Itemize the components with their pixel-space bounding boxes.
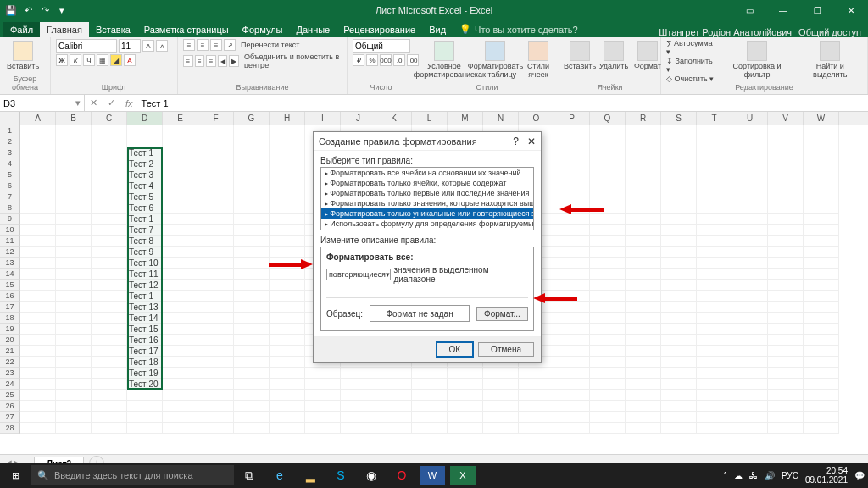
cell[interactable] (341, 390, 376, 401)
cell[interactable] (590, 346, 626, 357)
cell[interactable] (732, 335, 768, 346)
cell[interactable] (804, 302, 839, 313)
cell[interactable] (163, 324, 198, 335)
cell[interactable] (804, 390, 839, 401)
cell[interactable] (20, 125, 56, 136)
cell[interactable] (341, 368, 376, 379)
cell[interactable] (626, 357, 661, 368)
cell[interactable] (804, 291, 839, 302)
cell[interactable] (626, 202, 661, 214)
cell[interactable]: Тест 8 (127, 236, 163, 247)
col-header[interactable]: H (270, 112, 305, 125)
cell[interactable]: Тест 15 (127, 324, 163, 335)
start-button[interactable]: ⊞ (0, 463, 31, 488)
cell[interactable] (198, 423, 234, 434)
cell[interactable] (768, 258, 804, 269)
cell[interactable] (732, 280, 768, 291)
cell[interactable] (768, 313, 804, 324)
cell[interactable] (626, 225, 661, 236)
cell[interactable]: Тест 20 (127, 379, 163, 390)
cell[interactable] (804, 147, 839, 158)
cell[interactable] (376, 379, 412, 390)
cell[interactable] (697, 390, 732, 401)
cell[interactable] (661, 258, 697, 269)
close-button[interactable]: ✕ (834, 0, 868, 20)
cell[interactable] (697, 291, 732, 302)
tell-me[interactable]: 💡Что вы хотите сделать? (453, 21, 585, 37)
cell[interactable] (56, 269, 92, 280)
cell[interactable] (163, 202, 198, 214)
tab-data[interactable]: Данные (289, 22, 337, 37)
cell[interactable] (697, 346, 732, 357)
cell[interactable] (804, 236, 839, 247)
cell[interactable] (92, 379, 127, 390)
cell[interactable] (376, 423, 412, 434)
user-name[interactable]: Штангрет Родіон Анатолійович (659, 27, 792, 37)
cell[interactable] (554, 390, 590, 401)
cell[interactable] (127, 136, 163, 147)
tab-formulas[interactable]: Формулы (236, 22, 290, 37)
cell[interactable] (234, 346, 270, 357)
cell[interactable] (661, 368, 697, 379)
cell[interactable] (270, 202, 305, 214)
cond-format-button[interactable]: Условное форматирование (420, 39, 468, 81)
cell[interactable] (768, 269, 804, 280)
cell[interactable] (768, 346, 804, 357)
cell[interactable] (234, 379, 270, 390)
dialog-help-icon[interactable]: ? (513, 136, 519, 147)
cell[interactable] (804, 313, 839, 324)
cell[interactable] (270, 147, 305, 158)
cell[interactable]: Тест 1 (127, 214, 163, 225)
duplicate-select[interactable]: повторяющиеся▾ (326, 269, 391, 280)
cell[interactable] (804, 379, 839, 390)
cell[interactable] (804, 324, 839, 335)
cell[interactable] (804, 191, 839, 202)
rule-type-item[interactable]: Форматировать все ячейки на основании их… (321, 168, 533, 178)
tab-insert[interactable]: Вставка (89, 22, 137, 37)
cell[interactable] (56, 302, 92, 313)
cell[interactable] (20, 225, 56, 236)
cell[interactable] (56, 202, 92, 214)
cell[interactable] (270, 357, 305, 368)
maximize-button[interactable]: ❐ (800, 0, 834, 20)
col-header[interactable]: O (519, 112, 554, 125)
cell[interactable] (590, 379, 626, 390)
cell[interactable] (20, 379, 56, 390)
cell[interactable] (234, 225, 270, 236)
cell[interactable] (198, 225, 234, 236)
app-excel-icon[interactable]: X (450, 466, 476, 485)
cell[interactable] (92, 247, 127, 258)
cell[interactable] (661, 401, 697, 412)
cell[interactable] (20, 401, 56, 412)
cell[interactable] (554, 180, 590, 191)
cell[interactable] (590, 169, 626, 180)
formula-bar[interactable]: Тест 1 (138, 98, 868, 108)
cell[interactable] (519, 368, 554, 379)
cell[interactable] (270, 136, 305, 147)
cell[interactable] (626, 269, 661, 280)
cell[interactable] (270, 346, 305, 357)
enter-formula-icon[interactable]: ✓ (103, 97, 120, 108)
cell[interactable] (590, 324, 626, 335)
cell[interactable] (198, 280, 234, 291)
cell[interactable] (56, 169, 92, 180)
cell[interactable] (20, 136, 56, 147)
cell[interactable] (590, 423, 626, 434)
cell[interactable] (20, 214, 56, 225)
row-header[interactable]: 5 (0, 169, 20, 180)
cell[interactable] (626, 191, 661, 202)
share-button[interactable]: Общий доступ (798, 27, 861, 37)
cell[interactable] (732, 423, 768, 434)
cell[interactable] (163, 191, 198, 202)
select-all-corner[interactable] (0, 112, 20, 125)
cell[interactable] (92, 158, 127, 169)
cell[interactable] (661, 302, 697, 313)
cell[interactable] (626, 335, 661, 346)
cell[interactable] (626, 125, 661, 136)
cell[interactable] (590, 401, 626, 412)
cell[interactable] (554, 169, 590, 180)
tab-view[interactable]: Вид (422, 22, 453, 37)
col-header[interactable]: B (56, 112, 92, 125)
cell[interactable] (56, 357, 92, 368)
row-header[interactable]: 19 (0, 324, 20, 335)
